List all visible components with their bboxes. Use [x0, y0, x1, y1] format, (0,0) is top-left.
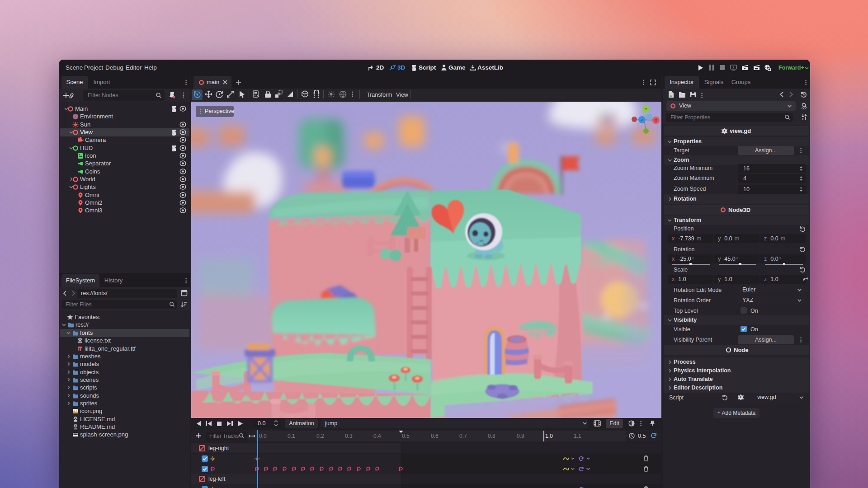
svg-text:DOC: DOC [802, 107, 807, 110]
svg-text:X: X [655, 118, 657, 122]
svg-text:Z: Z [641, 118, 643, 122]
svg-text:Y: Y [645, 107, 647, 111]
